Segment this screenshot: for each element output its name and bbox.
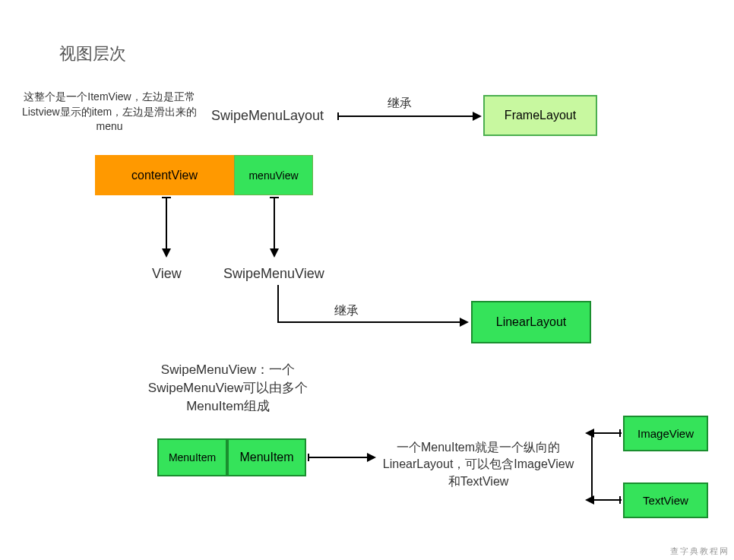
swipemenuview-label: SwipeMenuView: [223, 264, 324, 283]
textview-label: TextView: [643, 494, 688, 507]
arrow-smv-vert: [277, 285, 279, 323]
framelayout-label: FrameLayout: [505, 109, 576, 122]
arrow-cv-head: [162, 248, 171, 258]
view-label: View: [152, 264, 182, 283]
arrow-iv-tv-join: [591, 432, 593, 501]
menuview-label: menuView: [248, 169, 298, 182]
linearlayout-box: LinearLayout: [471, 301, 591, 343]
inherit-label-1: 继承: [388, 95, 412, 112]
menuitem-desc: 一个MenuItem就是一个纵向的LinearLayout，可以包含ImageV…: [378, 439, 579, 490]
arrow-mv-tail: [270, 197, 279, 198]
swipemenuview-desc: SwipeMenuView：一个SwipeMenuView可以由多个MenuIt…: [129, 361, 327, 415]
arrow-mi-tail: [308, 454, 309, 461]
arrow-iv-head: [585, 429, 594, 438]
arrow-iv-line: [593, 432, 622, 434]
arrow-tv-head: [585, 495, 594, 505]
arrow-tv-tail: [619, 496, 621, 504]
arrow-cv-tail: [162, 197, 171, 198]
contentview-label: contentView: [131, 169, 198, 182]
imageview-box: ImageView: [623, 416, 708, 451]
arrow-mi-to-desc: [308, 457, 369, 458]
arrow-mv-to-smv: [274, 197, 275, 250]
arrow-mv-head: [270, 248, 279, 258]
arrow-sml-head: [473, 112, 482, 121]
framelayout-box: FrameLayout: [483, 95, 597, 136]
arrow-cv-to-view: [166, 197, 167, 250]
diagram-title: 视图层次: [59, 43, 126, 66]
contentview-box: contentView: [95, 155, 234, 195]
swipemenulayout-label: SwipeMenuLayout: [211, 106, 324, 125]
arrow-sml-tail: [337, 112, 339, 120]
arrow-mi-head: [367, 453, 376, 462]
menuitem-box-1: MenuItem: [157, 438, 227, 476]
arrow-iv-tail: [619, 429, 621, 437]
watermark: 查字典教程网: [670, 546, 729, 557]
menuview-box: menuView: [234, 155, 313, 195]
arrow-smv-head: [460, 318, 469, 327]
arrow-tv-line: [593, 499, 622, 501]
itemview-note: 这整个是一个ItemView，左边是正常Listview显示的item，左边是滑…: [19, 90, 200, 134]
linearlayout-label: LinearLayout: [496, 315, 567, 329]
menuitem-label-1: MenuItem: [169, 451, 216, 464]
inherit-label-2: 继承: [334, 302, 359, 319]
menuitem-label-2: MenuItem: [239, 451, 293, 464]
arrow-smv-horiz: [277, 321, 461, 323]
arrow-sml-to-frame: [337, 115, 474, 117]
menuitem-box-2: MenuItem: [227, 438, 306, 476]
textview-box: TextView: [623, 482, 708, 518]
imageview-label: ImageView: [638, 427, 694, 440]
